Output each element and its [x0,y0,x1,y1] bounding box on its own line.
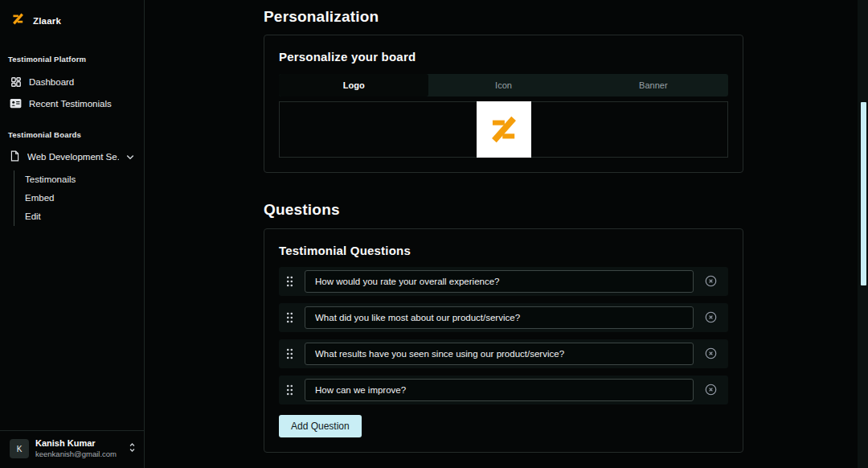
questions-title: Questions [264,201,743,219]
chevrons-up-down-icon [129,441,136,456]
sidebar-item-dashboard[interactable]: Dashboard [0,71,144,92]
media-tabs: Logo Icon Banner [279,74,728,96]
sidebar-item-label: Dashboard [29,77,74,87]
question-input-4[interactable] [305,379,694,401]
personalize-card-title: Personalize your board [279,50,728,64]
grip-vertical-icon[interactable] [286,348,293,359]
circle-x-icon [705,347,717,359]
section-label-platform: Testimonial Platform [0,55,144,64]
grip-vertical-icon[interactable] [286,312,293,323]
add-question-button[interactable]: Add Question [279,415,362,437]
question-input-2[interactable] [305,306,694,329]
zlaark-logo-large-icon [486,112,522,147]
question-row [279,376,728,404]
remove-question-button-2[interactable] [705,311,718,324]
user-menu[interactable]: K Kanish Kumar keenkanish@gmail.com [0,430,144,468]
circle-x-icon [705,311,717,323]
avatar: K [10,439,29,458]
sidebar-subitem-testimonails[interactable]: Testimonails [25,170,144,189]
scrollbar-thumb[interactable] [861,102,866,285]
sidebar-item-recent-testimonials[interactable]: Recent Testimonials [0,92,144,114]
dashboard-icon [10,76,22,88]
zlaark-logo-icon [10,10,26,31]
main-content: Personalization Personalize your board L… [145,0,868,468]
logo-preview-area[interactable] [279,101,728,158]
circle-x-icon [705,275,717,287]
grip-vertical-icon[interactable] [286,276,293,287]
sidebar-item-label: Recent Testimonials [29,99,112,109]
questions-card-title: Testimonial Questions [279,244,728,257]
user-name: Kanish Kumar [35,438,122,450]
personalization-title: Personalization [264,8,743,26]
section-label-boards: Testimonial Boards [0,130,144,139]
question-row [279,267,728,296]
remove-question-button-4[interactable] [705,384,718,396]
file-icon [10,150,20,163]
testimonials-card-icon [10,97,22,109]
circle-x-icon [705,384,717,396]
sidebar-subitem-embed[interactable]: Embed [25,189,144,207]
grip-vertical-icon[interactable] [286,384,293,396]
sidebar: Zlaark Testimonial Platform Dashboard [0,0,145,468]
logo-preview-image [477,101,531,158]
brand-name: Zlaark [33,16,61,26]
tab-banner[interactable]: Banner [579,74,728,96]
chevron-down-icon [126,152,134,162]
question-input-1[interactable] [305,270,694,293]
remove-question-button-3[interactable] [705,347,718,360]
scrollbar-track[interactable] [858,0,868,468]
question-row [279,339,728,368]
user-email: keenkanish@gmail.com [35,450,122,459]
questions-card: Testimonial Questions [264,228,743,453]
sidebar-board-web-development[interactable]: Web Development Se... [0,146,144,168]
platform-nav: Dashboard Recent Testimonials [0,71,144,114]
user-meta: Kanish Kumar keenkanish@gmail.com [35,438,122,459]
board-subnav: Testimonails Embed Edit [14,170,144,226]
tab-icon[interactable]: Icon [428,74,578,96]
sidebar-subitem-edit[interactable]: Edit [25,207,144,226]
personalize-card: Personalize your board Logo Icon Banner [264,35,743,173]
question-row [279,303,728,332]
board-label: Web Development Se... [27,152,119,162]
question-input-3[interactable] [305,343,694,365]
tab-logo[interactable]: Logo [279,74,428,96]
remove-question-button-1[interactable] [705,275,718,288]
brand: Zlaark [0,0,144,39]
